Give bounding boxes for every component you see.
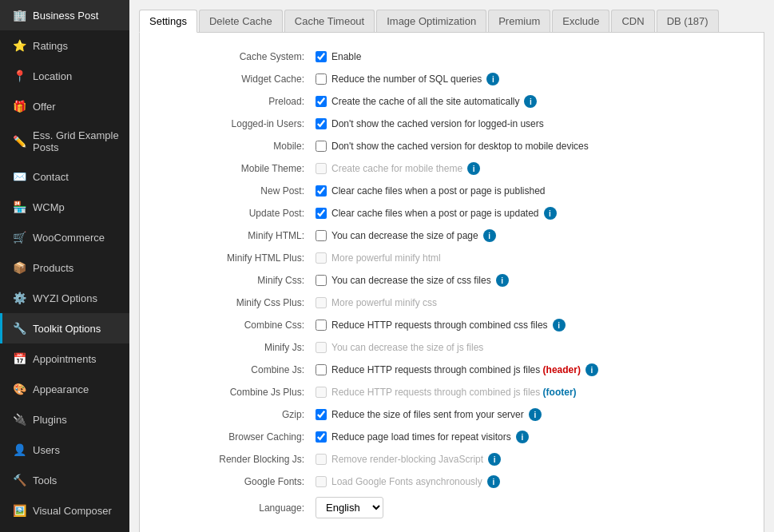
- sidebar-item-label: Business Post: [33, 10, 98, 22]
- tab-premium[interactable]: Premium: [488, 10, 550, 32]
- info-icon-10[interactable]: i: [496, 274, 509, 287]
- sidebar-item-plugins[interactable]: 🔌 Plugins: [0, 404, 129, 435]
- settings-label-5: Mobile Theme:: [156, 163, 316, 174]
- settings-row-0: Cache System:Enable: [156, 46, 748, 68]
- checkbox-0[interactable]: [316, 51, 327, 62]
- tab-bar: SettingsDelete CacheCache TimeoutImage O…: [139, 10, 764, 33]
- settings-label-9: Minify HTML Plus:: [156, 252, 316, 264]
- setting-text-10: You can decrease the size of css files: [331, 275, 491, 286]
- info-icon-16[interactable]: i: [529, 408, 542, 421]
- language-select[interactable]: EnglishFrenchGermanSpanish: [316, 497, 383, 518]
- info-icon-19[interactable]: i: [487, 475, 500, 488]
- sidebar-item-label: WooCommerce: [33, 232, 105, 244]
- tab-settings[interactable]: Settings: [139, 10, 197, 33]
- setting-text-6: Clear cache files when a post or page is…: [331, 185, 546, 197]
- tools-icon: 🔨: [12, 473, 26, 487]
- info-icon-5[interactable]: i: [467, 162, 480, 175]
- settings-label-18: Render Blocking Js:: [156, 454, 316, 465]
- settings-control-13: You can decrease the size of js files: [316, 342, 748, 353]
- info-icon-1[interactable]: i: [486, 73, 499, 85]
- checkbox-7[interactable]: [316, 208, 327, 219]
- setting-text-5: Create cache for mobile theme: [331, 163, 462, 174]
- settings-row-14: Combine Js:Reduce HTTP requests through …: [156, 359, 748, 381]
- settings-control-14: Reduce HTTP requests through combined js…: [316, 363, 748, 376]
- settings-row-15: Combine Js Plus:Reduce HTTP requests thr…: [156, 381, 748, 403]
- sidebar-item-users[interactable]: 👤 Users: [0, 435, 129, 465]
- settings-control-8: You can decrease the size of pagei: [316, 229, 748, 242]
- info-icon-7[interactable]: i: [544, 207, 557, 220]
- sidebar-item-label: WYZI Options: [33, 292, 97, 304]
- sidebar-item-appearance[interactable]: 🎨 Appearance: [0, 374, 129, 404]
- sidebar-item-wcmp[interactable]: 🏪 WCMp: [0, 192, 129, 222]
- sidebar-item-business-post[interactable]: 🏢 Business Post: [0, 0, 129, 30]
- checkbox-4[interactable]: [316, 141, 327, 152]
- info-icon-14[interactable]: i: [585, 363, 598, 376]
- settings-row-8: Minify HTML:You can decrease the size of…: [156, 224, 748, 247]
- contact-icon: ✉️: [12, 169, 26, 184]
- checkbox-17[interactable]: [316, 431, 327, 443]
- checkbox-16[interactable]: [316, 409, 327, 420]
- info-icon-2[interactable]: i: [524, 95, 537, 108]
- checkbox-10[interactable]: [316, 275, 327, 286]
- tab-cache-timeout[interactable]: Cache Timeout: [284, 10, 375, 32]
- checkbox-19: [316, 476, 327, 487]
- sidebar-item-toolkit-options[interactable]: 🔧 Toolkit Options: [0, 313, 129, 343]
- checkbox-2[interactable]: [316, 96, 327, 107]
- settings-row-2: Preload:Create the cache of all the site…: [156, 90, 748, 113]
- checkbox-3[interactable]: [316, 118, 327, 129]
- plugins-icon: 🔌: [12, 412, 26, 427]
- checkbox-1[interactable]: [316, 73, 327, 85]
- settings-row-10: Minify Css:You can decrease the size of …: [156, 269, 748, 292]
- sidebar-item-ess-grid[interactable]: ✏️ Ess. Grid Example Posts: [0, 121, 129, 161]
- setting-text-0: Enable: [331, 51, 361, 62]
- sidebar-item-wyzi-options[interactable]: ⚙️ WYZI Options: [0, 283, 129, 313]
- tab-exclude[interactable]: Exclude: [552, 10, 609, 32]
- settings-label-6: New Post:: [156, 185, 316, 197]
- tab-cdn[interactable]: CDN: [611, 10, 654, 32]
- sidebar-item-label: Toolkit Options: [33, 323, 101, 335]
- settings-row-16: Gzip:Reduce the size of files sent from …: [156, 403, 748, 426]
- settings-row-19: Google Fonts:Load Google Fonts asynchron…: [156, 470, 748, 493]
- info-icon-17[interactable]: i: [516, 431, 529, 443]
- sidebar-item-ratings[interactable]: ⭐ Ratings: [0, 30, 129, 61]
- settings-label-7: Update Post:: [156, 208, 316, 219]
- sidebar-item-label: Products: [33, 262, 73, 274]
- settings-control-9: More powerful minify html: [316, 252, 748, 264]
- settings-row-20: Language:EnglishFrenchGermanSpanish: [156, 493, 748, 522]
- ess-grid-icon: ✏️: [12, 134, 26, 149]
- sidebar-item-visual-composer[interactable]: 🖼️ Visual Composer: [0, 495, 129, 526]
- sidebar-item-offer[interactable]: 🎁 Offer: [0, 91, 129, 121]
- sidebar-item-location[interactable]: 📍 Location: [0, 61, 129, 91]
- info-icon-18[interactable]: i: [488, 453, 501, 466]
- setting-text-19: Load Google Fonts asynchronously: [331, 476, 482, 487]
- settings-control-2: Create the cache of all the site automat…: [316, 95, 748, 108]
- settings-label-17: Browser Caching:: [156, 431, 316, 443]
- sidebar-item-woocommerce[interactable]: 🛒 WooCommerce: [0, 222, 129, 252]
- checkbox-8[interactable]: [316, 230, 327, 241]
- checkbox-14[interactable]: [316, 364, 327, 375]
- tab-db[interactable]: DB (187): [657, 10, 719, 32]
- checkbox-5: [316, 163, 327, 174]
- settings-control-10: You can decrease the size of css filesi: [316, 274, 748, 287]
- checkbox-12[interactable]: [316, 320, 327, 331]
- sidebar-item-tools[interactable]: 🔨 Tools: [0, 465, 129, 495]
- checkbox-6[interactable]: [316, 185, 327, 197]
- sidebar-item-settings[interactable]: ⚙️ Settings: [0, 526, 129, 532]
- sidebar-item-label: Tools: [33, 474, 57, 486]
- sidebar-item-products[interactable]: 📦 Products: [0, 252, 129, 283]
- info-icon-12[interactable]: i: [553, 319, 566, 332]
- appearance-icon: 🎨: [12, 382, 26, 396]
- sidebar-item-contact[interactable]: ✉️ Contact: [0, 161, 129, 192]
- sidebar-item-appointments[interactable]: 📅 Appointments: [0, 343, 129, 374]
- settings-label-15: Combine Js Plus:: [156, 387, 316, 398]
- info-icon-8[interactable]: i: [483, 229, 496, 242]
- sidebar-item-label: Visual Composer: [33, 505, 112, 517]
- settings-row-4: Mobile:Don't show the cached version for…: [156, 135, 748, 157]
- settings-label-3: Logged-in Users:: [156, 118, 316, 129]
- settings-row-1: Widget Cache:Reduce the number of SQL qu…: [156, 68, 748, 90]
- tab-delete-cache[interactable]: Delete Cache: [199, 10, 283, 32]
- sidebar-item-label: WCMp: [33, 201, 65, 213]
- checkbox-18: [316, 454, 327, 465]
- tab-image-optimization[interactable]: Image Optimization: [376, 10, 486, 32]
- sidebar-item-label: Location: [33, 70, 72, 82]
